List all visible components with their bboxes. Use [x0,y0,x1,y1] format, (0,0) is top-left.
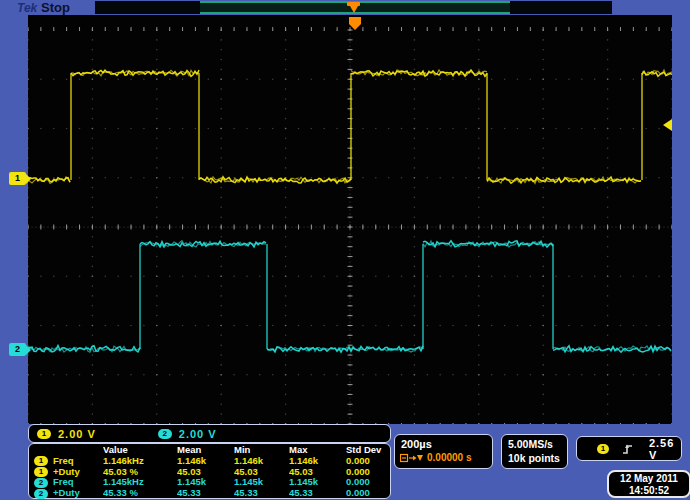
table-row: 2 Freq 1.145kHz 1.145k 1.145k 1.145k 0.0… [29,477,390,488]
meas-value: 1.145kHz [103,477,177,488]
measurement-table: Value Mean Min Max Std Dev 1 Freq 1.146k… [28,443,391,499]
table-row: 2 +Duty 45.33 % 45.33 45.33 45.33 0.000 [29,488,390,499]
meas-min: 45.03 [234,467,289,478]
col-max: Max [289,445,346,456]
waveform-display [28,15,672,424]
meas-min: 1.146k [234,456,289,467]
trigger-source-badge: 1 [597,444,609,454]
meas-mean: 45.33 [177,488,234,499]
col-value: Value [103,445,177,456]
meas-max: 45.33 [289,488,346,499]
channel-scale-readout: 1 2.00 V 2 2.00 V [28,424,391,443]
col-min: Min [234,445,289,456]
meas-value: 45.33 % [103,488,177,499]
horizontal-position: 0.00000 s [400,452,492,463]
ch1-badge: 1 [34,467,48,477]
horizontal-readout: 200µs 0.00000 s [394,434,493,469]
acquisition-status: Stop [41,0,70,15]
acquisition-readout: 5.00MS/s 10k points [501,434,568,469]
ch2-badge: 2 [34,478,48,488]
meas-min: 1.145k [234,477,289,488]
meas-stddev: 0.000 [346,488,388,499]
meas-name: +Duty [53,488,103,499]
meas-name: Freq [53,477,103,488]
meas-mean: 45.03 [177,467,234,478]
measurement-header-row: Value Mean Min Max Std Dev [29,445,390,456]
oscilloscope-screen: Tek Stop 1 2 1 2.00 V 2 2.00 V [0,0,700,500]
trigger-level-value: 2.56 V [649,437,681,461]
ch1-badge: 1 [34,456,48,466]
horizontal-position-icon [400,453,424,463]
timebase-value: 200µs [401,438,492,450]
screen-right-edge [690,0,700,500]
col-mean: Mean [177,445,234,456]
meas-max: 1.146k [289,456,346,467]
meas-min: 45.33 [234,488,289,499]
meas-max: 45.03 [289,467,346,478]
table-row: 1 Freq 1.146kHz 1.146k 1.146k 1.146k 0.0… [29,456,390,467]
horizontal-position-value: 0.00000 s [427,452,472,463]
table-row: 1 +Duty 45.03 % 45.03 45.03 45.03 0.000 [29,467,390,478]
meas-mean: 1.145k [177,477,234,488]
rising-edge-icon [621,442,635,456]
trigger-readout: 1 2.56 V [576,436,682,461]
meas-name: +Duty [53,467,103,478]
meas-value: 45.03 % [103,467,177,478]
ch2-ground-marker: 2 [9,343,26,356]
record-length: 10k points [508,452,567,464]
meas-name: Freq [53,456,103,467]
scope-panel: Tek Stop 1 2 1 2.00 V 2 2.00 V [0,0,690,500]
ch2-badge: 2 [34,489,48,499]
meas-value: 1.146kHz [103,456,177,467]
meas-stddev: 0.000 [346,467,388,478]
tek-logo: Tek [17,1,37,15]
ch2-scale: 2 2.00 V [158,428,217,440]
meas-stddev: 0.000 [346,477,388,488]
meas-max: 1.145k [289,477,346,488]
ch1-ground-marker: 1 [9,172,26,185]
ch2-scale-value: 2.00 V [179,428,217,440]
ch1-badge: 1 [37,429,51,439]
sample-rate: 5.00MS/s [508,438,567,450]
ch2-badge: 2 [158,429,172,439]
meas-stddev: 0.000 [346,456,388,467]
datetime-readout: 12 May 2011 14:50:52 [607,470,691,498]
ch1-scale-value: 2.00 V [58,428,96,440]
time-value: 14:50:52 [609,485,689,497]
trigger-position-t-icon [347,1,360,14]
date-value: 12 May 2011 [609,473,689,485]
ch1-scale: 1 2.00 V [37,428,96,440]
waveform-svg [28,15,672,424]
col-stddev: Std Dev [346,445,388,456]
meas-mean: 1.146k [177,456,234,467]
record-view-strip [95,1,612,14]
